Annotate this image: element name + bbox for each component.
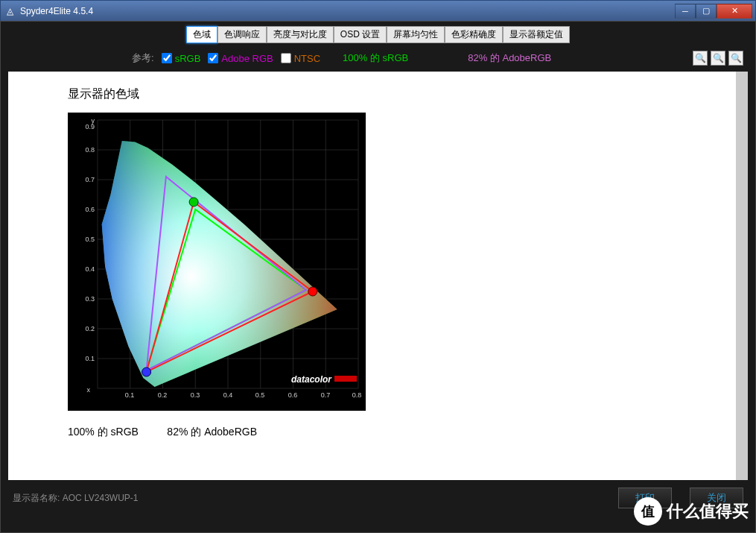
close-button[interactable]: ✕ <box>717 4 752 19</box>
svg-text:0.2: 0.2 <box>158 391 168 399</box>
zoom-in-icon[interactable]: 🔍 <box>693 51 708 66</box>
zoom-out-icon[interactable]: 🔍 <box>711 51 725 66</box>
label-adobe: Adobe RGB <box>221 53 273 64</box>
tab-brightness[interactable]: 亮度与对比度 <box>267 26 334 43</box>
titlebar: ◬ Spyder4Elite 4.5.4 ─ ▢ ✕ <box>0 0 756 21</box>
svg-text:0.7: 0.7 <box>321 391 331 399</box>
gamut-chart: x 0.1 0.2 0.3 0.4 0.5 0.6 0.7 0.8 y 0.1 … <box>68 113 366 411</box>
content-heading: 显示器的色域 <box>68 86 688 102</box>
tab-uniformity[interactable]: 屏幕均匀性 <box>387 26 445 43</box>
svg-text:0.5: 0.5 <box>255 391 265 399</box>
svg-text:0.7: 0.7 <box>85 176 95 183</box>
brand-label: datacolor <box>291 374 332 385</box>
content-panel: 显示器的色域 <box>8 72 748 480</box>
monitor-info: 显示器名称: AOC LV243WUP-1 <box>13 492 139 505</box>
tab-tone[interactable]: 色调响应 <box>217 26 267 43</box>
svg-point-24 <box>189 198 198 206</box>
svg-rect-45 <box>334 376 357 382</box>
stat2: 82% 的 AdobeRGB <box>167 426 257 438</box>
checkbox-srgb[interactable]: sRGB <box>162 53 201 64</box>
svg-text:0.3: 0.3 <box>191 391 200 399</box>
monitor-label: 显示器名称: <box>13 493 60 503</box>
window-title: Spyder4Elite 4.5.4 <box>20 6 675 16</box>
app-frame: 色域 色调响应 亮度与对比度 OSD 设置 屏幕均匀性 色彩精确度 显示器额定值… <box>0 21 756 533</box>
svg-point-23 <box>308 287 317 296</box>
chart-stats: 100% 的 sRGB 82% 的 AdobeRGB <box>68 426 688 439</box>
reference-label: 参考: <box>132 51 154 65</box>
svg-text:0.1: 0.1 <box>85 355 95 362</box>
svg-text:0.6: 0.6 <box>85 206 95 213</box>
zoom-reset-icon[interactable]: 🔍 <box>728 51 743 66</box>
svg-text:0.4: 0.4 <box>85 265 95 273</box>
checkbox-adobe[interactable]: Adobe RGB <box>208 53 273 64</box>
app-icon: ◬ <box>4 5 16 17</box>
svg-text:x: x <box>87 386 91 394</box>
svg-text:0.2: 0.2 <box>85 325 95 332</box>
svg-text:0.8: 0.8 <box>352 391 362 399</box>
minimize-button[interactable]: ─ <box>675 4 696 19</box>
tab-bar: 色域 色调响应 亮度与对比度 OSD 设置 屏幕均匀性 色彩精确度 显示器额定值 <box>5 26 751 43</box>
tab-osd[interactable]: OSD 设置 <box>334 26 387 43</box>
tab-rating[interactable]: 显示器额定值 <box>503 26 570 43</box>
monitor-name: AOC LV243WUP-1 <box>63 493 139 503</box>
maximize-button[interactable]: ▢ <box>696 4 717 19</box>
checkbox-ntsc[interactable]: NTSC <box>281 53 320 64</box>
watermark-text: 什么值得买 <box>667 500 749 523</box>
window-buttons: ─ ▢ ✕ <box>675 4 752 19</box>
checkbox-srgb-input[interactable] <box>162 53 172 63</box>
watermark-icon: 值 <box>634 497 662 526</box>
svg-text:0.1: 0.1 <box>125 391 135 399</box>
stat-srgb: 100% 的 sRGB <box>343 51 408 65</box>
tab-accuracy[interactable]: 色彩精确度 <box>445 26 503 43</box>
svg-text:0.9: 0.9 <box>85 123 95 130</box>
svg-text:0.5: 0.5 <box>85 236 95 243</box>
svg-text:0.6: 0.6 <box>288 391 298 399</box>
svg-point-25 <box>142 368 151 376</box>
svg-text:0.4: 0.4 <box>223 391 233 399</box>
stat-adobe: 82% 的 AdobeRGB <box>468 51 551 65</box>
scrollbar[interactable] <box>736 72 748 480</box>
tab-gamut[interactable]: 色域 <box>186 26 217 43</box>
checkbox-adobe-input[interactable] <box>208 53 218 63</box>
svg-text:0.8: 0.8 <box>85 146 95 154</box>
reference-row: 参考: sRGB Adobe RGB NTSC 100% 的 sRGB 82% … <box>5 48 751 69</box>
watermark: 值 什么值得买 <box>634 497 749 526</box>
stat1: 100% 的 sRGB <box>68 426 139 438</box>
svg-text:0.3: 0.3 <box>85 295 95 303</box>
checkbox-ntsc-input[interactable] <box>281 53 291 63</box>
label-srgb: sRGB <box>175 53 201 64</box>
label-ntsc: NTSC <box>294 53 320 64</box>
